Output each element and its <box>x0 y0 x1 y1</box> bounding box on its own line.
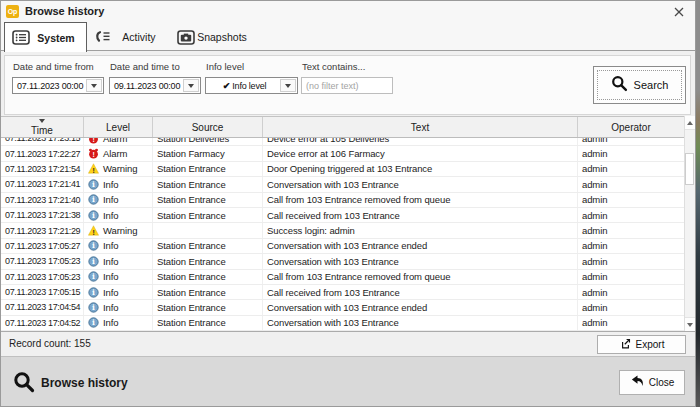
cell-source: Station Deliveries <box>153 138 263 145</box>
table-row[interactable]: 07.11.2023 17:21:54!WarningStation Entra… <box>1 162 684 177</box>
cell-source: Station Entrance <box>153 208 263 222</box>
cell-text: Call received from 103 Entrance <box>263 285 578 299</box>
scrollbar-thumb[interactable] <box>685 153 694 185</box>
cell-operator: admin <box>578 239 684 253</box>
record-count: Record count: 155 <box>9 338 91 349</box>
column-header-operator[interactable]: Operator <box>578 117 684 137</box>
chevron-down-icon[interactable] <box>86 79 102 92</box>
column-header-time[interactable]: Time <box>1 117 84 137</box>
tab-snapshots[interactable]: Snapshots <box>170 23 253 51</box>
cell-time: 07.11.2023 17:05:23 <box>1 254 84 268</box>
info-icon: i <box>88 194 99 205</box>
date-from-select[interactable]: 07.11.2023 00:00 <box>12 77 104 94</box>
cell-level: iInfo <box>84 300 153 314</box>
cell-level: !Warning <box>84 162 153 176</box>
table-row[interactable]: 07.11.2023 17:05:23iInfoStation Entrance… <box>1 254 684 269</box>
cell-operator: admin <box>578 193 684 207</box>
column-header-level[interactable]: Level <box>84 117 153 137</box>
export-icon <box>619 336 632 354</box>
cell-text: Conversation with 103 Entrance ended <box>263 300 578 314</box>
cell-text: Conversation with 103 Entrance <box>263 254 578 268</box>
cell-text: Device error at 105 Deliveries <box>263 138 578 145</box>
vertical-scrollbar[interactable] <box>684 116 695 331</box>
cell-level: !Warning <box>84 223 153 237</box>
window-close-icon[interactable] <box>671 4 686 19</box>
table-row[interactable]: 07.11.2023 17:21:41iInfoStation Entrance… <box>1 177 684 192</box>
cell-source: Station Entrance <box>153 254 263 268</box>
table-row[interactable]: 07.11.2023 17:22:27!AlarmStation Farmacy… <box>1 146 684 161</box>
text-filter-input[interactable] <box>301 77 393 94</box>
svg-text:i: i <box>92 180 95 189</box>
close-button-label: Close <box>649 377 675 388</box>
scrollbar-down-button[interactable] <box>685 317 695 331</box>
cell-level: iInfo <box>84 254 153 268</box>
cell-source: Station Entrance <box>153 177 263 191</box>
info-icon: i <box>88 179 99 190</box>
search-button[interactable]: Search <box>593 66 686 104</box>
table-row[interactable]: 07.11.2023 17:23:15!AlarmStation Deliver… <box>1 138 684 146</box>
cell-text: Call received from 103 Entrance <box>263 208 578 222</box>
table-header: Time Level Source Text Operator <box>1 116 684 138</box>
cell-time: 07.11.2023 17:21:40 <box>1 193 84 207</box>
browse-history-window: Op Browse history System Activity Snapsh… <box>0 0 696 407</box>
window-title: Browse history <box>25 5 104 17</box>
table-row[interactable]: 07.11.2023 17:04:54iInfoStation Entrance… <box>1 300 684 315</box>
cell-operator: admin <box>578 162 684 176</box>
date-to-select[interactable]: 09.11.2023 00:00 <box>109 77 201 94</box>
cell-level: iInfo <box>84 208 153 222</box>
table-row[interactable]: 07.11.2023 17:05:27iInfoStation Entrance… <box>1 239 684 254</box>
table-row[interactable]: 07.11.2023 17:21:38iInfoStation Entrance… <box>1 208 684 223</box>
cell-time: 07.11.2023 17:05:23 <box>1 270 84 284</box>
cell-time: 07.11.2023 17:22:27 <box>1 146 84 160</box>
cell-time: 07.11.2023 17:05:15 <box>1 285 84 299</box>
column-header-text[interactable]: Text <box>263 117 578 137</box>
svg-text:!: ! <box>92 138 94 142</box>
table-row[interactable]: 07.11.2023 17:21:40iInfoStation Entrance… <box>1 193 684 208</box>
tab-strip: System Activity Snapshots <box>1 21 695 51</box>
tab-activity[interactable]: Activity <box>87 23 170 51</box>
sort-desc-icon <box>39 119 45 123</box>
warning-icon: ! <box>88 163 99 174</box>
cell-operator: admin <box>578 146 684 160</box>
cell-time: 07.11.2023 17:21:38 <box>1 208 84 222</box>
app-icon: Op <box>6 5 19 18</box>
table-row[interactable]: 07.11.2023 17:05:15iInfoStation Entrance… <box>1 285 684 300</box>
cell-text: Conversation with 103 Entrance <box>263 177 578 191</box>
tab-system[interactable]: System <box>4 22 87 52</box>
table-row[interactable]: 07.11.2023 17:21:29!WarningSuccess login… <box>1 223 684 238</box>
chevron-down-icon[interactable] <box>280 79 296 92</box>
table-row[interactable]: 07.11.2023 17:04:52iInfoStation Entrance… <box>1 316 684 331</box>
svg-text:!: ! <box>92 151 94 158</box>
info-level-select[interactable]: ✔ Info level <box>205 77 298 94</box>
cell-source: Station Entrance <box>153 316 263 330</box>
cell-time: 07.11.2023 17:21:54 <box>1 162 84 176</box>
cell-time: 07.11.2023 17:21:41 <box>1 177 84 191</box>
back-arrow-icon <box>630 374 645 392</box>
cell-operator: admin <box>578 316 684 330</box>
close-button[interactable]: Close <box>619 370 685 395</box>
info-level-label: Info level <box>206 61 244 72</box>
cell-level: iInfo <box>84 177 153 191</box>
info-icon: i <box>88 302 99 313</box>
camera-icon <box>177 30 195 45</box>
alarm-icon: ! <box>88 138 99 144</box>
svg-text:i: i <box>92 211 95 220</box>
info-level-value: ✔ Info level <box>206 81 279 91</box>
table-row[interactable]: 07.11.2023 17:05:23iInfoStation Entrance… <box>1 270 684 285</box>
table-body: 07.11.2023 17:23:15!AlarmStation Deliver… <box>1 138 684 331</box>
scrollbar-up-button[interactable] <box>685 116 695 130</box>
export-button[interactable]: Export <box>597 335 686 354</box>
cell-operator: admin <box>578 285 684 299</box>
svg-text:i: i <box>92 319 95 328</box>
column-header-source[interactable]: Source <box>153 117 263 137</box>
chevron-down-icon[interactable] <box>183 79 199 92</box>
cell-source: Station Entrance <box>153 162 263 176</box>
warning-icon: ! <box>88 225 99 236</box>
cell-operator: admin <box>578 177 684 191</box>
svg-text:i: i <box>92 196 95 205</box>
footer-bar: Browse history Close <box>1 356 695 406</box>
info-icon: i <box>88 317 99 328</box>
svg-text:!: ! <box>92 167 94 174</box>
cell-text: Device error at 106 Farmacy <box>263 146 578 160</box>
cell-text: Conversation with 103 Entrance <box>263 316 578 330</box>
